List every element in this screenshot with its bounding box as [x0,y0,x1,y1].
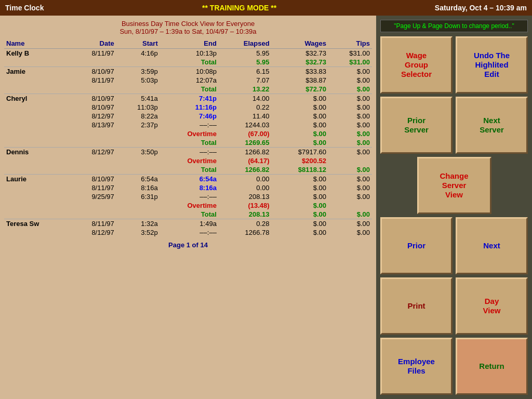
table-row: 9/25/97 6:31p ––:–– 208.13 $.00 $.00 [4,192,372,201]
col-wages: Wages [272,38,328,49]
change-server-view-button[interactable]: Change Server View [417,157,491,214]
table-row: Cheryl 8/10/97 5:41a 7:41p 14.00 $.00 $.… [4,94,372,103]
button-row-2: Prior Server Next Server [380,97,528,154]
wage-group-selector-button[interactable]: Wage Group Selector [380,36,453,94]
undo-highlited-edit-button[interactable]: Undo The Highlited Edit [456,36,528,94]
table-row: 8/13/97 2:37p ––:–– 1244.03 $.00 $.00 [4,121,372,129]
hint-bar: "Page Up & Page Down to change period.." [380,20,528,32]
button-row-6: Employee Files Return [380,338,528,395]
col-tips: Tips [328,38,372,49]
prior-server-button[interactable]: Prior Server [380,97,453,154]
button-row-1: Wage Group Selector Undo The Highlited E… [380,36,528,94]
employee-name: Laurie [4,175,69,184]
employee-files-button[interactable]: Employee Files [380,338,453,395]
period-line1: Business Day Time Clock View for Everyon… [4,20,372,28]
table-row: 8/10/97 11:03p 11:16p 0.22 $.00 $.00 [4,103,372,112]
button-row-3: Change Server View [380,157,528,214]
employee-name: Kelly B [4,49,69,58]
table-row: Total 5.95 $32.73 $31.00 [4,58,372,67]
day-view-button[interactable]: Day View [456,277,528,335]
col-start: Start [116,38,160,49]
table-row: Overtime (67.00) $.00 $.00 [4,129,372,138]
table-row: Total 1269.65 $.00 $.00 [4,138,372,148]
employee-name: Dennis [4,148,69,157]
print-button[interactable]: Print [380,277,453,335]
next-server-button[interactable]: Next Server [456,97,528,154]
table-row: 8/12/97 3:52p ––:–– 1266.78 $.00 $.00 [4,228,372,237]
return-button[interactable]: Return [456,338,528,395]
col-end: End [160,38,219,49]
table-row: Laurie 8/10/97 6:54a 6:54a 0.00 $.00 $.0… [4,175,372,184]
table-row: Jamie 8/10/97 3:59p 10:08p 6.15 $33.83 $… [4,67,372,76]
employee-name: Jamie [4,67,69,76]
time-clock-table: Name Date Start End Elapsed Wages Tips K… [4,38,372,237]
datetime-display: Saturday, Oct 4 – 10:39 am [435,4,527,12]
page-info: Page 1 of 14 [4,241,372,249]
button-row-4: Prior Next [380,217,528,274]
table-row: Teresa Sw 8/11/97 1:32a 1:49a 0.28 $.00 … [4,219,372,229]
table-row: 8/11/97 8:16a 8:16a 0.00 $.00 $.00 [4,183,372,192]
col-date: Date [69,38,116,49]
button-panel: "Page Up & Page Down to change period.."… [376,16,532,399]
app-title: Time Clock [5,4,44,12]
table-row: Kelly B 8/11/97 4:16p 10:13p 5.95 $32.73… [4,49,372,58]
table-row: Total 208.13 $.00 $.00 [4,210,372,219]
employee-name: Cheryl [4,94,69,103]
table-row: Dennis 8/12/97 3:50p ––:–– 1266.82 $7917… [4,148,372,157]
table-row: Total 1266.82 $8118.12 $.00 [4,165,372,175]
table-row: Overtime (13.48) $.00 [4,201,372,210]
table-row: 8/11/97 5:03p 12:07a 7.07 $38.87 $.00 [4,76,372,85]
col-elapsed: Elapsed [219,38,272,49]
employee-name: Teresa Sw [4,219,69,229]
col-name: Name [4,38,69,49]
period-line2: Sun, 8/10/97 – 1:39a to Sat, 10/4/97 – 1… [4,28,372,35]
training-mode-label: ** TRAINING MODE ** [202,4,276,12]
next-button[interactable]: Next [456,217,528,274]
table-row: 8/12/97 8:22a 7:46p 11.40 $.00 $.00 [4,112,372,121]
time-clock-panel: Business Day Time Clock View for Everyon… [0,16,376,399]
button-row-5: Print Day View [380,277,528,335]
table-row: Overtime (64.17) $200.52 [4,156,372,165]
prior-button[interactable]: Prior [380,217,453,274]
period-info: Business Day Time Clock View for Everyon… [4,20,372,35]
table-row: Total 13.22 $72.70 $.00 [4,85,372,94]
